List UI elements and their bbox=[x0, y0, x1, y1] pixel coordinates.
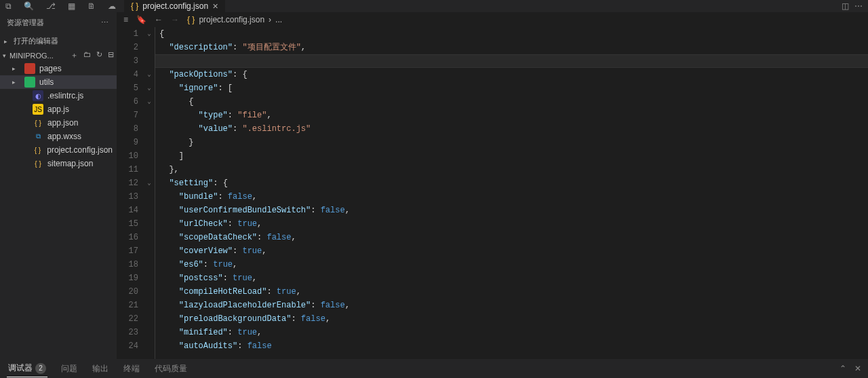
docs-icon[interactable]: 🗎 bbox=[87, 1, 96, 11]
more-icon[interactable]: ⋯ bbox=[854, 1, 863, 11]
tree-item-app-json[interactable]: { }app.json bbox=[0, 116, 117, 130]
tab-project-config[interactable]: { } project.config.json ✕ bbox=[124, 0, 225, 12]
json-icon: { } bbox=[187, 15, 195, 24]
search-icon[interactable]: 🔍 bbox=[24, 1, 34, 11]
forward-icon[interactable]: → bbox=[171, 15, 179, 24]
chevron-right-icon: ▸ bbox=[4, 38, 11, 45]
panel-tab-终端[interactable]: 终端 bbox=[122, 360, 141, 377]
sidebar-header: 资源管理器 ⋯ bbox=[0, 12, 117, 33]
code-line[interactable]: "postcss": true, bbox=[155, 271, 868, 285]
breadcrumb-more: ... bbox=[275, 15, 282, 24]
open-editors-label: 打开的编辑器 bbox=[14, 36, 58, 46]
code-line[interactable] bbox=[155, 54, 868, 68]
fold-icon bbox=[144, 285, 155, 299]
editor-content[interactable]: 123456789101112131415161718192021222324 … bbox=[117, 27, 868, 359]
code-line[interactable]: "description": "项目配置文件", bbox=[155, 41, 868, 54]
panel-tab-调试器[interactable]: 调试器2 bbox=[7, 360, 47, 377]
code-line[interactable]: "lazyloadPlaceholderEnable": false, bbox=[155, 299, 868, 312]
split-editor-icon[interactable]: ◫ bbox=[842, 1, 849, 11]
fold-icon[interactable]: ⌄ bbox=[144, 176, 155, 190]
code-line[interactable]: } bbox=[155, 136, 868, 149]
code-line[interactable]: { bbox=[155, 95, 868, 109]
line-number: 11 bbox=[117, 163, 138, 176]
tree-item-utils[interactable]: ▸utils bbox=[0, 75, 117, 89]
code-line[interactable]: }, bbox=[155, 163, 868, 176]
project-name: MINIPROG... bbox=[9, 52, 54, 60]
tree-item-project-config-json[interactable]: { }project.config.json bbox=[0, 143, 117, 157]
fold-icon bbox=[144, 258, 155, 271]
fold-icon bbox=[144, 149, 155, 163]
line-number: 12 bbox=[117, 176, 138, 190]
tree-item-pages[interactable]: ▸pages bbox=[0, 62, 117, 75]
code-line[interactable]: { bbox=[155, 27, 868, 41]
files-icon[interactable]: ⧉ bbox=[5, 1, 12, 11]
line-number: 20 bbox=[117, 285, 138, 299]
tree-item-app-js[interactable]: JSapp.js bbox=[0, 102, 117, 116]
line-number: 4 bbox=[117, 68, 138, 81]
back-icon[interactable]: ← bbox=[155, 15, 163, 24]
tree-item-label: app.js bbox=[47, 105, 69, 114]
main-area: 资源管理器 ⋯ ▸ 打开的编辑器 ▾ MINIPROG... ＋ 🗀 ↻ ⊟ ▸… bbox=[0, 12, 868, 359]
tree-item--eslintrc-js[interactable]: ◐.eslintrc.js bbox=[0, 89, 117, 102]
fold-icon[interactable]: ⌄ bbox=[144, 95, 155, 109]
tree-item-sitemap-json[interactable]: { }sitemap.json bbox=[0, 157, 117, 170]
open-editors-header[interactable]: ▸ 打开的编辑器 bbox=[0, 33, 117, 49]
code-line[interactable]: "es6": true, bbox=[155, 258, 868, 271]
code-line[interactable]: "packOptions": { bbox=[155, 68, 868, 81]
fold-icon bbox=[144, 204, 155, 217]
code-line[interactable]: "urlCheck": true, bbox=[155, 217, 868, 231]
code-line[interactable]: "coverView": true, bbox=[155, 244, 868, 258]
code-line[interactable]: ] bbox=[155, 149, 868, 163]
fold-icon bbox=[144, 312, 155, 326]
code-line[interactable]: "scopeDataCheck": false, bbox=[155, 231, 868, 244]
tree-item-app-wxss[interactable]: ⧉app.wxss bbox=[0, 130, 117, 143]
tab-close-icon[interactable]: ✕ bbox=[212, 2, 218, 11]
fold-icon bbox=[144, 244, 155, 258]
project-header[interactable]: ▾ MINIPROG... ＋ 🗀 ↻ ⊟ bbox=[0, 49, 117, 62]
titlebar-row: ⧉ 🔍 ⎇ ▦ 🗎 ☁ { } project.config.json ✕ ◫ … bbox=[0, 0, 868, 12]
panel-close-icon[interactable]: ✕ bbox=[854, 364, 861, 373]
json-icon: { } bbox=[131, 1, 138, 11]
fold-icon[interactable]: ⌄ bbox=[144, 68, 155, 81]
code-line[interactable]: "minified": true, bbox=[155, 326, 868, 339]
bookmark-icon[interactable]: 🔖 bbox=[136, 15, 146, 24]
collapse-icon[interactable]: ⊟ bbox=[108, 50, 114, 60]
code-line[interactable]: "userConfirmedBundleSwitch": false, bbox=[155, 204, 868, 217]
new-file-icon[interactable]: ＋ bbox=[71, 50, 78, 60]
code-line[interactable]: "autoAudits": false bbox=[155, 339, 868, 353]
bottom-panel: 调试器2问题输出终端代码质量 ⌃ ✕ bbox=[0, 359, 868, 378]
line-number: 22 bbox=[117, 312, 138, 326]
panel-tab-输出[interactable]: 输出 bbox=[91, 360, 110, 377]
breadcrumb[interactable]: { } project.config.json › ... bbox=[187, 15, 282, 24]
chevron-icon: ▸ bbox=[12, 65, 20, 72]
panel-tab-代码质量[interactable]: 代码质量 bbox=[153, 360, 189, 377]
line-number: 10 bbox=[117, 149, 138, 163]
new-folder-icon[interactable]: 🗀 bbox=[83, 50, 91, 60]
code-line[interactable]: "bundle": false, bbox=[155, 190, 868, 204]
code-view[interactable]: ↖ { "description": "项目配置文件", "packOption… bbox=[155, 27, 868, 359]
line-number: 5 bbox=[117, 81, 138, 95]
panel-tab-问题[interactable]: 问题 bbox=[60, 360, 79, 377]
extensions-icon[interactable]: ▦ bbox=[68, 1, 75, 11]
tab-title: project.config.json bbox=[142, 1, 208, 11]
cloud-icon[interactable]: ☁ bbox=[108, 1, 116, 11]
fold-icon[interactable]: ⌄ bbox=[144, 27, 155, 41]
line-number: 1 bbox=[117, 27, 138, 41]
code-line[interactable]: "preloadBackgroundData": false, bbox=[155, 312, 868, 326]
code-line[interactable]: "compileHotReLoad": true, bbox=[155, 285, 868, 299]
sidebar-more-icon[interactable]: ⋯ bbox=[101, 18, 110, 27]
fold-icon bbox=[144, 54, 155, 68]
branch-icon[interactable]: ⎇ bbox=[46, 1, 56, 11]
panel-chevron-icon[interactable]: ⌃ bbox=[840, 364, 846, 373]
refresh-icon[interactable]: ↻ bbox=[96, 50, 102, 60]
tree-item-label: pages bbox=[39, 64, 62, 73]
tree-item-label: utils bbox=[39, 77, 54, 87]
editor-toolbar: ≡ 🔖 ← → { } project.config.json › ... bbox=[117, 12, 868, 27]
tree-item-label: app.wxss bbox=[47, 132, 81, 141]
code-line[interactable]: "setting": { bbox=[155, 176, 868, 190]
outline-icon[interactable]: ≡ bbox=[123, 15, 128, 24]
code-line[interactable]: "value": ".eslintrc.js" bbox=[155, 122, 868, 136]
code-line[interactable]: "ignore": [ bbox=[155, 81, 868, 95]
fold-icon[interactable]: ⌄ bbox=[144, 81, 155, 95]
code-line[interactable]: "type": "file", bbox=[155, 109, 868, 122]
